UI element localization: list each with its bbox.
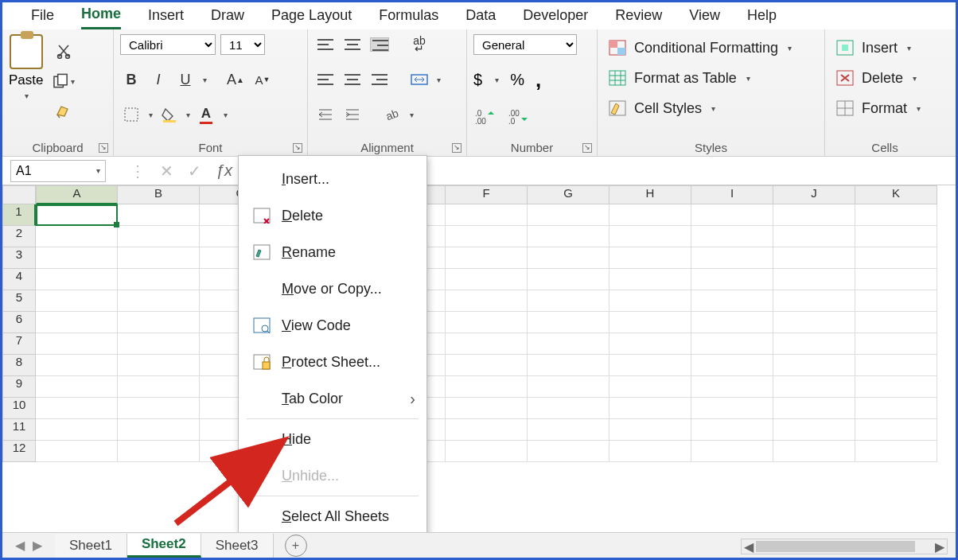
new-sheet-button[interactable]: + [285, 535, 307, 557]
column-headers[interactable]: ABCDEFGHIJK [36, 185, 956, 204]
format-as-table-button[interactable]: Format as Table▾ [604, 64, 818, 91]
merge-center-icon[interactable] [408, 69, 430, 90]
cell[interactable] [855, 290, 937, 312]
cell[interactable] [773, 269, 855, 290]
fx-icon[interactable]: ƒx [216, 161, 232, 180]
tab-draw[interactable]: Draw [211, 7, 244, 29]
cell[interactable] [36, 290, 118, 312]
cell[interactable] [36, 419, 118, 441]
cell[interactable] [36, 355, 118, 376]
cell[interactable] [773, 333, 855, 355]
cell[interactable] [36, 247, 118, 269]
cell[interactable] [609, 333, 691, 355]
cell[interactable] [36, 376, 118, 398]
cell[interactable] [773, 419, 855, 441]
italic-button[interactable]: I [147, 69, 169, 90]
conditional-formatting-button[interactable]: Conditional Formatting▾ [604, 34, 818, 61]
menu-select-all-sheets[interactable]: Select All Sheets [239, 498, 426, 535]
format-painter-icon[interactable] [53, 101, 75, 122]
sheet-nav-prev-icon[interactable]: ◀ [15, 538, 25, 553]
orientation-icon[interactable]: ab [381, 104, 403, 125]
cell[interactable] [446, 204, 528, 226]
copy-icon[interactable]: ▾ [53, 71, 75, 91]
row-header[interactable]: 6 [2, 312, 36, 333]
cell[interactable] [609, 290, 691, 312]
dialog-launcher-icon[interactable]: ↘ [99, 143, 108, 153]
column-header[interactable]: A [36, 185, 118, 204]
row-header[interactable]: 10 [2, 398, 36, 419]
cell[interactable] [36, 333, 118, 355]
cell[interactable] [691, 441, 773, 462]
underline-button[interactable]: U [174, 69, 197, 90]
row-header[interactable]: 3 [2, 247, 36, 269]
cell[interactable] [118, 226, 200, 247]
menu-insert[interactable]: Insert... [239, 161, 426, 197]
number-format-select[interactable]: General [473, 34, 577, 55]
increase-indent-icon[interactable] [341, 104, 364, 125]
cell[interactable] [773, 312, 855, 333]
cell[interactable] [609, 441, 691, 462]
cell[interactable] [609, 376, 691, 398]
cell[interactable] [691, 312, 773, 333]
cell[interactable] [446, 333, 528, 355]
cell[interactable] [118, 355, 200, 376]
align-middle-icon[interactable] [341, 34, 364, 55]
cell[interactable] [36, 204, 118, 226]
cell[interactable] [528, 398, 609, 419]
cell-styles-button[interactable]: Cell Styles▾ [604, 95, 818, 122]
cell[interactable] [118, 269, 200, 290]
cell[interactable] [118, 333, 200, 355]
cell[interactable] [446, 441, 528, 462]
row-header[interactable]: 7 [2, 333, 36, 355]
cell[interactable] [773, 204, 855, 226]
column-header[interactable]: F [446, 185, 528, 204]
font-size-select[interactable]: 11 [220, 34, 265, 55]
cell[interactable] [609, 312, 691, 333]
align-center-icon[interactable] [341, 69, 364, 90]
cell[interactable] [855, 398, 937, 419]
cell[interactable] [855, 226, 937, 247]
tab-insert[interactable]: Insert [148, 7, 184, 29]
tab-review[interactable]: Review [615, 7, 662, 29]
menu-hide[interactable]: Hide [239, 421, 426, 457]
cell[interactable] [528, 312, 609, 333]
cell[interactable] [118, 312, 200, 333]
cell[interactable] [855, 419, 937, 441]
cell[interactable] [691, 398, 773, 419]
cell[interactable] [691, 204, 773, 226]
cell[interactable] [118, 204, 200, 226]
fill-color-icon[interactable] [158, 104, 180, 125]
percent-button[interactable]: % [510, 71, 524, 89]
tab-help[interactable]: Help [747, 7, 777, 29]
dialog-launcher-icon[interactable]: ↘ [452, 143, 461, 153]
sheet-tab-3[interactable]: Sheet3 [201, 534, 274, 558]
column-header[interactable]: G [528, 185, 609, 204]
row-header[interactable]: 9 [2, 376, 36, 398]
cell[interactable] [528, 355, 609, 376]
cell[interactable] [528, 204, 609, 226]
sheet-tab-2[interactable]: Sheet2 [127, 534, 201, 558]
cell[interactable] [855, 355, 937, 376]
cell[interactable] [609, 355, 691, 376]
increase-decimal-icon[interactable]: .0.00 [473, 106, 496, 126]
row-header[interactable]: 1 [2, 204, 36, 226]
cell[interactable] [118, 376, 200, 398]
cell[interactable] [691, 290, 773, 312]
tab-developer[interactable]: Developer [523, 7, 588, 29]
name-box[interactable]: A1▾ [10, 160, 106, 182]
cell[interactable] [528, 419, 609, 441]
cell[interactable] [855, 333, 937, 355]
cell[interactable] [855, 204, 937, 226]
paste-button[interactable]: Paste [9, 72, 43, 88]
cell[interactable] [855, 376, 937, 398]
cell[interactable] [773, 226, 855, 247]
align-right-icon[interactable] [368, 69, 391, 90]
cell[interactable] [446, 355, 528, 376]
cell[interactable] [528, 226, 609, 247]
tab-view[interactable]: View [689, 7, 720, 29]
increase-font-icon[interactable]: A▲ [224, 69, 247, 90]
dialog-launcher-icon[interactable]: ↘ [293, 143, 302, 153]
wrap-text-icon[interactable]: ab↵ [408, 34, 430, 55]
worksheet-grid[interactable]: ABCDEFGHIJK 123456789101112 [2, 185, 956, 511]
cell[interactable] [446, 247, 528, 269]
